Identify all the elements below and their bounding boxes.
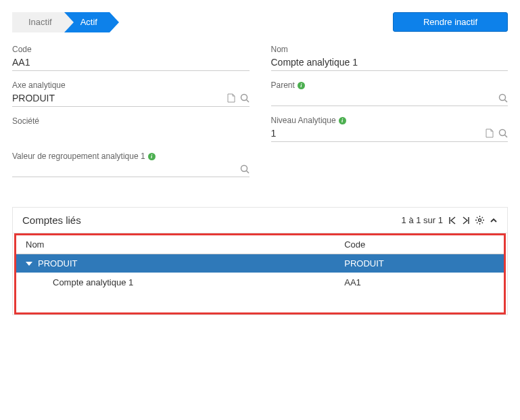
svg-line-7 (505, 135, 508, 138)
label-code: Code (12, 45, 250, 54)
gear-icon[interactable] (475, 216, 484, 225)
status-tab-inactive[interactable]: Inactif (12, 12, 64, 32)
search-icon[interactable] (240, 93, 250, 103)
chevron-up-icon[interactable] (490, 216, 498, 225)
label-axe: Axe analytique (12, 80, 250, 90)
label-regroup: Valeur de regroupement analytique 1 (12, 151, 145, 161)
row-nom: Compte analytique 1 (26, 277, 344, 287)
linked-accounts-panel: Comptes liés 1 à 1 sur 1 Nom Code P (12, 207, 508, 315)
svg-line-1 (246, 100, 249, 103)
label-niveau: Niveau Analytique (271, 116, 336, 125)
value-code[interactable]: AA1 (12, 57, 30, 68)
document-icon[interactable] (227, 93, 236, 103)
label-societe: Société (12, 116, 250, 126)
status-tabs: Inactif Actif (12, 12, 110, 32)
group-nom: PRODUIT (38, 258, 78, 269)
chevron-down-icon[interactable] (26, 262, 32, 266)
svg-point-0 (241, 95, 247, 101)
make-inactive-button[interactable]: Rendre inactif (393, 12, 508, 32)
pager-text: 1 à 1 sur 1 (402, 215, 443, 225)
svg-point-2 (241, 165, 247, 171)
first-page-icon[interactable] (448, 216, 456, 225)
table-row[interactable]: Compte analytique 1 AA1 (16, 273, 504, 292)
highlight-box: Nom Code PRODUIT PRODUIT Compte analytiq… (14, 233, 506, 314)
col-header-code[interactable]: Code (344, 239, 494, 250)
svg-point-8 (479, 219, 481, 222)
row-code: AA1 (344, 277, 494, 287)
last-page-icon[interactable] (462, 216, 470, 225)
search-icon[interactable] (240, 164, 250, 174)
search-icon[interactable] (498, 93, 508, 103)
value-nom[interactable]: Compte analytique 1 (271, 57, 358, 68)
table-group-row[interactable]: PRODUIT PRODUIT (16, 254, 504, 273)
search-icon[interactable] (498, 129, 508, 138)
info-icon[interactable]: i (298, 82, 305, 89)
value-niveau[interactable]: 1 (271, 128, 277, 139)
document-icon[interactable] (485, 129, 494, 138)
panel-title: Comptes liés (22, 214, 81, 226)
group-code: PRODUIT (344, 258, 494, 269)
svg-point-4 (500, 94, 506, 100)
label-nom: Nom (271, 45, 509, 54)
info-icon[interactable]: i (339, 117, 346, 124)
col-header-nom[interactable]: Nom (26, 239, 344, 250)
info-icon[interactable]: i (148, 153, 156, 160)
value-axe[interactable]: PRODUIT (12, 93, 55, 103)
svg-line-3 (246, 170, 249, 173)
svg-line-5 (505, 99, 508, 102)
svg-point-6 (500, 130, 506, 136)
label-parent: Parent (271, 80, 295, 90)
